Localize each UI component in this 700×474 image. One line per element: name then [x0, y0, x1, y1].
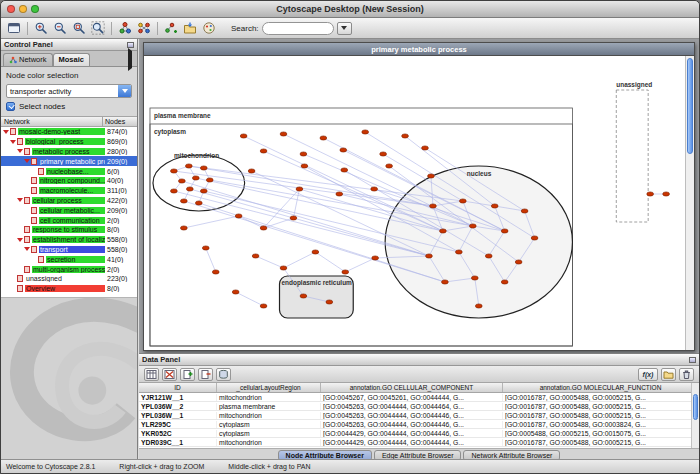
tree-row[interactable]: macromolecule...311(0) [1, 186, 137, 196]
function-builder-button[interactable]: f(x) [638, 368, 658, 381]
graph-node[interactable] [212, 270, 219, 274]
graph-node[interactable] [235, 214, 242, 218]
column-header[interactable]: annotation.GO CELLULAR_COMPONENT [321, 383, 503, 392]
scrollbar-thumb[interactable] [687, 58, 693, 154]
tab-network[interactable]: Network [3, 53, 53, 66]
graph-node[interactable] [248, 169, 255, 173]
graph-node[interactable] [386, 164, 393, 168]
zoom-out-button[interactable] [51, 20, 69, 37]
import-attributes-button[interactable] [661, 368, 676, 381]
tree-row[interactable]: biological_process869(0) [1, 137, 137, 147]
tab-mosaic[interactable]: Mosaic [53, 53, 90, 66]
graph-node[interactable] [252, 254, 259, 258]
graph-node[interactable] [200, 166, 207, 170]
graph-node[interactable] [362, 130, 369, 134]
graph-node[interactable] [312, 250, 319, 254]
expand-arrow-icon[interactable] [10, 140, 16, 144]
network-vscrollbar[interactable] [685, 56, 694, 350]
graph-node[interactable] [206, 178, 213, 182]
expand-arrow-icon[interactable] [17, 198, 23, 202]
graph-node[interactable] [178, 179, 185, 183]
network-overview-button[interactable] [116, 20, 134, 37]
graph-node[interactable] [180, 199, 187, 203]
graph-node[interactable] [491, 204, 498, 208]
graph-node[interactable] [531, 236, 538, 240]
graph-edge[interactable] [206, 248, 216, 272]
graph-edge[interactable] [236, 292, 264, 306]
graph-node[interactable] [485, 254, 492, 258]
graph-node[interactable] [440, 229, 447, 233]
network-graph[interactable]: plasma membranecytoplasmmitochondrionnuc… [144, 56, 694, 350]
graph-node[interactable] [232, 290, 239, 294]
graph-node[interactable] [428, 174, 435, 178]
graph-node[interactable] [200, 189, 207, 193]
network-canvas[interactable]: plasma membranecytoplasmmitochondrionnuc… [144, 56, 694, 350]
graph-node[interactable] [430, 204, 437, 208]
expand-arrow-icon[interactable] [17, 149, 23, 153]
tree-column-nodes[interactable]: Nodes [103, 117, 137, 126]
table-row[interactable]: YPL036W__1mitochondrion[GO:0045263, GO:0… [139, 411, 699, 420]
graph-node[interactable] [202, 246, 209, 250]
column-header[interactable]: _cellularLayoutRegion [217, 383, 321, 392]
graph-node[interactable] [341, 168, 348, 172]
zoom-selected-button[interactable] [89, 20, 107, 37]
graph-node[interactable] [320, 136, 327, 140]
table-row[interactable]: YJR121W__1mitochondrion[GO:0045267, GO:0… [139, 393, 699, 402]
color-attribute-dropdown[interactable]: transporter activity [6, 84, 132, 98]
zoom-in-button[interactable] [32, 20, 50, 37]
graph-node[interactable] [501, 229, 508, 233]
table-row[interactable]: YPL036W__2plasma membrane[GO:0045263, GO… [139, 402, 699, 411]
import-network-button[interactable] [181, 20, 199, 37]
graph-node[interactable] [186, 187, 193, 191]
graph-node[interactable] [326, 300, 333, 304]
first-neighbors-button[interactable] [135, 20, 153, 37]
graph-node[interactable] [663, 192, 670, 196]
tree-column-network[interactable]: Network [1, 117, 103, 126]
network-frame-titlebar[interactable]: primary metabolic process [144, 43, 694, 56]
graph-node[interactable] [515, 260, 522, 264]
graph-edge[interactable] [283, 252, 315, 268]
graph-node[interactable] [336, 192, 343, 196]
tab-scroll-right-button[interactable] [125, 51, 135, 69]
dropdown-button[interactable] [118, 85, 131, 97]
tree-row[interactable]: unassigned223(0) [1, 274, 137, 284]
close-window-button[interactable] [7, 5, 15, 13]
column-header[interactable]: ID [139, 383, 217, 392]
graph-node[interactable] [296, 187, 303, 191]
graph-node[interactable] [422, 146, 429, 150]
graph-edge[interactable] [184, 216, 239, 228]
tree-row[interactable]: cellular process422(0) [1, 196, 137, 206]
tree-row[interactable]: primary metabolic process209(0) [1, 156, 137, 166]
graph-node[interactable] [521, 209, 528, 213]
graph-edge[interactable] [315, 252, 345, 272]
search-input[interactable] [262, 22, 334, 35]
tree-row[interactable]: cellular metabolic...209(0) [1, 205, 137, 215]
select-nodes-checkbox[interactable] [6, 102, 15, 111]
graph-node[interactable] [475, 304, 482, 308]
graph-edge[interactable] [345, 258, 375, 272]
select-attributes-button[interactable] [144, 368, 159, 381]
trash-button[interactable] [679, 368, 694, 381]
graph-node[interactable] [442, 280, 449, 284]
graph-node[interactable] [372, 256, 379, 260]
unselect-attributes-button[interactable] [162, 368, 177, 381]
console-button[interactable] [5, 20, 23, 37]
new-network-button[interactable] [162, 20, 180, 37]
graph-node[interactable] [426, 254, 433, 258]
graph-node[interactable] [171, 169, 178, 173]
table-vscrollbar[interactable] [691, 383, 699, 448]
expand-arrow-icon[interactable] [24, 247, 30, 251]
graph-node[interactable] [185, 164, 192, 168]
graph-node[interactable] [371, 187, 378, 191]
graph-node[interactable] [240, 134, 247, 138]
scrollbar-thumb[interactable] [693, 394, 698, 420]
float-panel-icon[interactable] [127, 42, 134, 48]
tree-row[interactable]: multi-organism process2(0) [1, 264, 137, 274]
birdseye-view[interactable] [1, 297, 137, 459]
expand-arrow-icon[interactable] [3, 130, 9, 134]
tree-row[interactable]: Overview8(0) [1, 284, 137, 294]
graph-node[interactable] [501, 280, 508, 284]
tree-row[interactable]: mosaic-demo-yeast874(0) [1, 127, 137, 137]
graph-node[interactable] [300, 152, 307, 156]
tree-row[interactable]: secretion41(0) [1, 254, 137, 264]
